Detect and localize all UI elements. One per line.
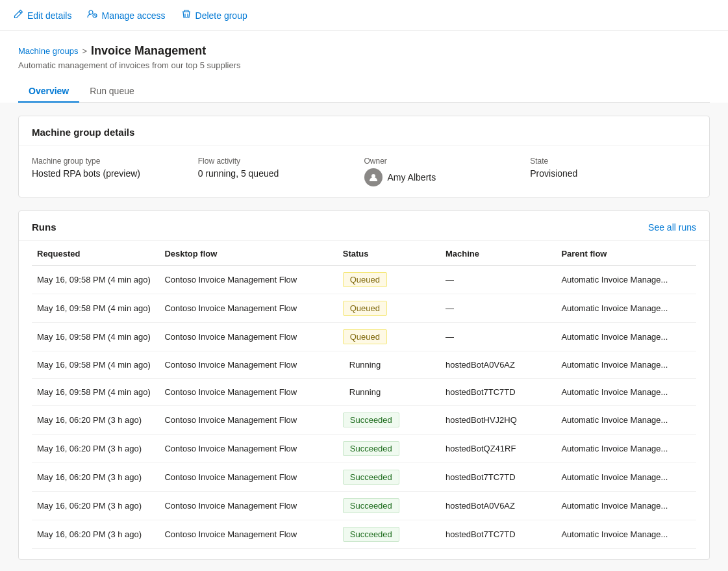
edit-details-label: Edit details: [27, 10, 71, 21]
col-header-desktop-flow: Desktop flow: [159, 241, 337, 266]
col-header-machine: Machine: [440, 241, 556, 266]
breadcrumb-current: Invoice Management: [91, 44, 206, 58]
owner-name: Amy Alberts: [388, 172, 436, 183]
machine-group-type-label: Machine group type: [32, 157, 198, 166]
col-header-status: Status: [338, 241, 440, 266]
delete-icon: [181, 9, 192, 21]
cell-status: Queued: [338, 266, 440, 294]
runs-card-header: Runs See all runs: [19, 211, 709, 241]
table-row: May 16, 09:58 PM (4 min ago) Contoso Inv…: [32, 294, 696, 323]
manage-access-label: Manage access: [101, 10, 165, 21]
status-badge: Succeeded: [343, 412, 399, 427]
state-item: State Provisioned: [530, 157, 696, 186]
manage-access-button[interactable]: Manage access: [87, 6, 165, 24]
cell-desktop-flow: Contoso Invoice Management Flow: [159, 266, 337, 294]
tab-run-queue[interactable]: Run queue: [79, 81, 145, 103]
cell-requested: May 16, 06:20 PM (3 h ago): [32, 406, 159, 435]
status-badge: Queued: [343, 301, 387, 316]
cell-desktop-flow: Contoso Invoice Management Flow: [159, 463, 337, 492]
owner-value: Amy Alberts: [364, 168, 531, 186]
cell-requested: May 16, 06:20 PM (3 h ago): [32, 463, 159, 492]
status-badge: Succeeded: [343, 441, 399, 456]
details-grid: Machine group type Hosted RPA bots (prev…: [19, 146, 709, 197]
owner-item: Owner Amy Alberts: [364, 157, 531, 186]
edit-icon: [13, 9, 23, 21]
table-header-row: Requested Desktop flow Status Machine Pa…: [32, 241, 696, 266]
runs-title: Runs: [32, 222, 56, 233]
see-all-runs-link[interactable]: See all runs: [648, 222, 696, 233]
status-badge: Succeeded: [343, 470, 399, 485]
flow-activity-label: Flow activity: [198, 157, 364, 166]
col-header-parent-flow: Parent flow: [556, 241, 696, 266]
runs-table: Requested Desktop flow Status Machine Pa…: [32, 241, 696, 549]
breadcrumb: Machine groups > Invoice Management: [18, 44, 710, 58]
cell-desktop-flow: Contoso Invoice Management Flow: [159, 379, 337, 406]
table-row: May 16, 09:58 PM (4 min ago) Contoso Inv…: [32, 379, 696, 406]
cell-parent-flow: Automatic Invoice Manage...: [556, 379, 696, 406]
breadcrumb-parent-link[interactable]: Machine groups: [18, 46, 79, 56]
cell-parent-flow: Automatic Invoice Manage...: [556, 323, 696, 351]
cell-parent-flow: Automatic Invoice Manage...: [556, 406, 696, 435]
cell-parent-flow: Automatic Invoice Manage...: [556, 520, 696, 549]
edit-details-button[interactable]: Edit details: [13, 6, 71, 24]
cell-parent-flow: Automatic Invoice Manage...: [556, 435, 696, 463]
table-row: May 16, 06:20 PM (3 h ago) Contoso Invoi…: [32, 406, 696, 435]
state-label: State: [530, 157, 696, 166]
cell-desktop-flow: Contoso Invoice Management Flow: [159, 435, 337, 463]
machine-group-type-item: Machine group type Hosted RPA bots (prev…: [32, 157, 198, 186]
cell-requested: May 16, 09:58 PM (4 min ago): [32, 351, 159, 379]
status-badge: Running: [343, 385, 387, 399]
cell-requested: May 16, 09:58 PM (4 min ago): [32, 294, 159, 323]
cell-desktop-flow: Contoso Invoice Management Flow: [159, 492, 337, 520]
page-header: Machine groups > Invoice Management Auto…: [0, 31, 728, 103]
col-header-requested: Requested: [32, 241, 159, 266]
cell-requested: May 16, 09:58 PM (4 min ago): [32, 323, 159, 351]
avatar: [364, 168, 383, 186]
delete-group-button[interactable]: Delete group: [181, 6, 247, 24]
cell-machine: —: [440, 294, 556, 323]
breadcrumb-separator: >: [82, 46, 88, 56]
table-row: May 16, 06:20 PM (3 h ago) Contoso Invoi…: [32, 463, 696, 492]
cell-parent-flow: Automatic Invoice Manage...: [556, 492, 696, 520]
runs-card: Runs See all runs Requested Desktop flow…: [18, 210, 710, 560]
table-row: May 16, 09:58 PM (4 min ago) Contoso Inv…: [32, 323, 696, 351]
flow-activity-value: 0 running, 5 queued: [198, 168, 364, 179]
cell-machine: hostedBotA0V6AZ: [440, 492, 556, 520]
table-row: May 16, 06:20 PM (3 h ago) Contoso Invoi…: [32, 492, 696, 520]
main-area: Machine group details Machine group type…: [0, 103, 728, 571]
cell-desktop-flow: Contoso Invoice Management Flow: [159, 323, 337, 351]
tab-overview[interactable]: Overview: [18, 81, 79, 103]
cell-machine: hostedBot7TC7TD: [440, 520, 556, 549]
cell-status: Running: [338, 379, 440, 406]
cell-parent-flow: Automatic Invoice Manage...: [556, 463, 696, 492]
page-subtitle: Automatic management of invoices from ou…: [18, 60, 710, 70]
cell-status: Queued: [338, 323, 440, 351]
machine-group-details-title: Machine group details: [19, 116, 709, 146]
cell-requested: May 16, 06:20 PM (3 h ago): [32, 520, 159, 549]
cell-machine: hostedBotHVJ2HQ: [440, 406, 556, 435]
machine-group-type-value: Hosted RPA bots (preview): [32, 168, 198, 179]
svg-point-0: [89, 10, 93, 14]
cell-status: Succeeded: [338, 520, 440, 549]
cell-machine: —: [440, 323, 556, 351]
cell-desktop-flow: Contoso Invoice Management Flow: [159, 351, 337, 379]
cell-status: Succeeded: [338, 463, 440, 492]
delete-group-label: Delete group: [195, 10, 247, 21]
flow-activity-item: Flow activity 0 running, 5 queued: [198, 157, 364, 186]
cell-machine: hostedBotA0V6AZ: [440, 351, 556, 379]
table-row: May 16, 09:58 PM (4 min ago) Contoso Inv…: [32, 351, 696, 379]
cell-machine: hostedBotQZ41RF: [440, 435, 556, 463]
cell-status: Queued: [338, 294, 440, 323]
owner-label: Owner: [364, 157, 531, 166]
cell-requested: May 16, 09:58 PM (4 min ago): [32, 379, 159, 406]
table-row: May 16, 09:58 PM (4 min ago) Contoso Inv…: [32, 266, 696, 294]
cell-status: Succeeded: [338, 406, 440, 435]
cell-status: Succeeded: [338, 435, 440, 463]
runs-table-wrapper: Requested Desktop flow Status Machine Pa…: [19, 241, 709, 559]
cell-parent-flow: Automatic Invoice Manage...: [556, 294, 696, 323]
cell-requested: May 16, 09:58 PM (4 min ago): [32, 266, 159, 294]
table-row: May 16, 06:20 PM (3 h ago) Contoso Invoi…: [32, 520, 696, 549]
machine-group-details-card: Machine group details Machine group type…: [18, 116, 710, 197]
cell-status: Succeeded: [338, 492, 440, 520]
cell-desktop-flow: Contoso Invoice Management Flow: [159, 294, 337, 323]
